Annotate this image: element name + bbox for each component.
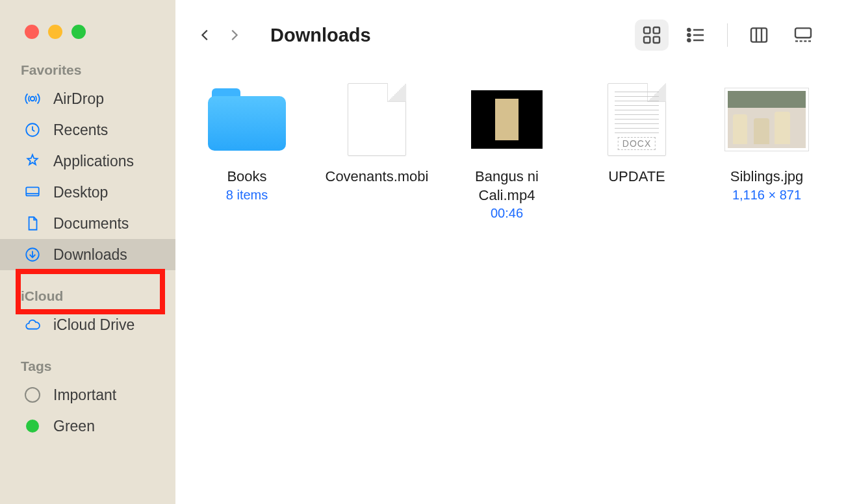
toolbar-divider (727, 23, 728, 47)
desktop-icon (23, 183, 42, 201)
toolbar: Downloads (175, 0, 846, 64)
sidebar-item-label: Recents (53, 121, 108, 139)
sidebar-item-recents[interactable]: Recents (0, 114, 175, 145)
forward-button[interactable] (222, 23, 246, 47)
svg-point-8 (687, 29, 690, 31)
applications-icon (23, 152, 42, 170)
svg-point-0 (31, 97, 35, 101)
file-name: Books (227, 168, 266, 186)
sidebar-item-icloud-drive[interactable]: iCloud Drive (0, 309, 175, 340)
sidebar: Favorites AirDrop Recents Applications D… (0, 0, 175, 504)
file-item-mobi[interactable]: Covenants.mobi (312, 81, 442, 186)
sidebar-item-label: iCloud Drive (53, 316, 135, 334)
file-name: UPDATE (608, 168, 665, 186)
list-icon (686, 25, 706, 45)
file-name: Covenants.mobi (326, 168, 429, 186)
svg-rect-5 (654, 27, 660, 33)
sidebar-tag-green[interactable]: Green (0, 410, 175, 442)
gallery-icon (793, 25, 814, 45)
sidebar-item-documents[interactable]: Documents (0, 208, 175, 239)
svg-rect-11 (751, 28, 767, 42)
columns-icon (749, 25, 769, 45)
content-area: Downloads (175, 0, 846, 504)
icon-view-button[interactable] (635, 19, 669, 51)
folder-icon (208, 81, 286, 158)
svg-rect-7 (654, 37, 660, 43)
sidebar-item-applications[interactable]: Applications (0, 145, 175, 177)
view-switcher (635, 19, 820, 51)
sidebar-item-label: Desktop (53, 184, 108, 201)
sidebar-item-label: Documents (53, 215, 129, 233)
sidebar-item-downloads[interactable]: Downloads (0, 239, 175, 270)
location-title: Downloads (270, 25, 371, 46)
list-view-button[interactable] (679, 19, 713, 51)
file-meta: 00:46 (491, 206, 523, 221)
airdrop-icon (23, 90, 42, 108)
grid-icon (641, 25, 662, 45)
close-window-button[interactable] (25, 25, 39, 39)
svg-point-9 (687, 34, 690, 36)
svg-point-10 (687, 39, 690, 42)
file-grid: Books 8 items Covenants.mobi Bangus ni C… (175, 64, 846, 221)
sidebar-item-airdrop[interactable]: AirDrop (0, 83, 175, 114)
image-thumbnail-icon (724, 81, 809, 158)
document-icon (23, 214, 42, 233)
file-item-folder[interactable]: Books 8 items (182, 81, 312, 203)
back-button[interactable] (194, 23, 217, 47)
sidebar-section-tags: Tags (0, 340, 175, 379)
sidebar-tag-important[interactable]: Important (0, 379, 175, 410)
tag-circle-icon (23, 417, 42, 435)
minimize-window-button[interactable] (48, 25, 62, 39)
file-item-image[interactable]: Siblings.jpg 1,116 × 871 (702, 81, 832, 203)
sidebar-item-label: AirDrop (53, 90, 104, 108)
window-controls (0, 0, 175, 39)
file-item-docx[interactable]: DOCX UPDATE (572, 81, 702, 186)
file-name: Siblings.jpg (730, 168, 804, 186)
sidebar-section-icloud: iCloud (0, 270, 175, 309)
column-view-button[interactable] (742, 19, 776, 51)
cloud-icon (23, 316, 42, 334)
svg-rect-2 (26, 187, 39, 195)
sidebar-item-label: Green (53, 418, 95, 435)
zoom-window-button[interactable] (71, 25, 86, 39)
download-icon (23, 246, 42, 264)
finder-window: Favorites AirDrop Recents Applications D… (0, 0, 846, 504)
sidebar-item-label: Downloads (53, 246, 127, 264)
file-item-video[interactable]: Bangus ni Cali.mp4 00:46 (442, 81, 572, 221)
generic-file-icon (348, 81, 406, 158)
sidebar-item-desktop[interactable]: Desktop (0, 177, 175, 208)
svg-rect-4 (644, 27, 650, 33)
svg-rect-12 (795, 28, 811, 38)
video-thumbnail-icon (471, 81, 543, 158)
file-meta: 1,116 × 871 (732, 188, 801, 203)
gallery-view-button[interactable] (786, 19, 820, 51)
file-name: Bangus ni Cali.mp4 (445, 168, 569, 205)
file-meta: 8 items (226, 188, 268, 203)
sidebar-item-label: Applications (53, 153, 134, 170)
sidebar-item-label: Important (53, 386, 116, 404)
clock-icon (23, 121, 42, 139)
tag-circle-icon (23, 386, 42, 404)
svg-rect-6 (644, 37, 650, 43)
sidebar-section-favorites: Favorites (0, 39, 175, 83)
docx-file-icon: DOCX (608, 81, 666, 158)
